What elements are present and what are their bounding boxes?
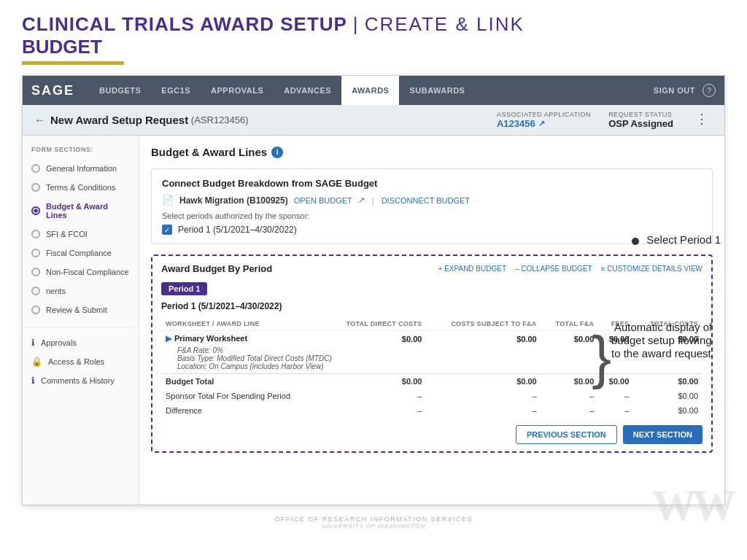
award-title: New Award Setup Request (50, 114, 188, 126)
footer-line1: OFFICE OF RESEARCH INFORMATION SERVICES (0, 516, 747, 523)
previous-section-button[interactable]: PREVIOUS SECTION (516, 425, 617, 444)
brace-right: } (592, 328, 611, 386)
sidebar-item-non-fiscal-compliance[interactable]: Non-Fiscal Compliance (23, 262, 139, 281)
sub-header: ← New Award Setup Request (ASR123456) As… (23, 105, 724, 136)
auto-display-callout: Automatic display of budget setup flowin… (611, 321, 721, 360)
sidebar-item-fiscal-compliance[interactable]: Fiscal Compliance (23, 244, 139, 262)
difference-row: Difference – – – – $0.00 (161, 403, 703, 418)
footer-line2: UNIVERSITY of WASHINGTON (0, 523, 747, 529)
top-nav: SAGE BUDGETS EGC1S APPROVALS ADVANCES AW… (23, 76, 724, 105)
page-header: CLINICAL TRIALS AWARD SETUP | CREATE & L… (0, 0, 747, 71)
sign-out-button[interactable]: SIGN OUT (654, 86, 695, 95)
sidebar-item-budget-award-lines[interactable]: Budget & Award Lines (23, 197, 139, 225)
award-id: (ASR123456) (188, 114, 248, 125)
award-budget-header: Award Budget By Period + EXPAND BUDGET –… (161, 263, 703, 274)
request-status-value: OSP Assigned (608, 118, 673, 129)
disconnect-budget-link[interactable]: DISCONNECT BUDGET (382, 196, 470, 205)
col-subject-fa: COSTS SUBJECT TO F&A (426, 317, 541, 331)
sidebar: FORM SECTIONS: General Information Terms… (23, 136, 139, 505)
sidebar-radio-fiscal (31, 249, 40, 257)
sidebar-item-general-information[interactable]: General Information (23, 159, 139, 178)
sidebar-radio-budget (31, 206, 40, 215)
open-budget-ext-icon: ↗ (358, 195, 365, 205)
period-subtitle: Period 1 (5/1/2021–4/30/2022) (161, 301, 703, 311)
periods-label: Select periods authorized by the sponsor… (162, 211, 702, 220)
budget-total-row: Budget Total $0.00 $0.00 $0.00 $0.00 $0.… (161, 374, 703, 389)
nav-approvals[interactable]: APPROVALS (201, 76, 274, 105)
period-1-label: Period 1 (5/1/2021–4/30/2022) (178, 225, 297, 235)
nav-egc1s[interactable]: EGC1S (151, 76, 201, 105)
title-light: CREATE & LINK (365, 13, 525, 35)
col-direct-costs: TOTAL DIRECT COSTS (323, 317, 426, 331)
watermark: WW (652, 481, 732, 531)
nav-budgets[interactable]: BUDGETS (89, 76, 151, 105)
title-pipe: | (353, 13, 365, 35)
page-footer: OFFICE OF RESEARCH INFORMATION SERVICES … (0, 510, 747, 532)
sidebar-item-sfi-fcoi[interactable]: SFI & FCOI (23, 225, 139, 244)
help-icon[interactable]: ? (703, 84, 716, 97)
kebab-menu[interactable]: ⋮ (691, 111, 713, 127)
document-icon: 📄 (162, 195, 174, 206)
budget-file-row: 📄 Hawk Migration (B100925) OPEN BUDGET ↗… (162, 195, 702, 206)
associated-application-field: Associated Application A123456 ↗ (497, 111, 591, 129)
page-title-main: CLINICAL TRIALS AWARD SETUP | CREATE & L… (22, 13, 725, 36)
sidebar-radio-nents (31, 287, 40, 295)
sidebar-section-label: FORM SECTIONS: (23, 143, 139, 159)
connect-budget-box: Connect Budget Breakdown from SAGE Budge… (151, 168, 713, 244)
auto-display-text: Automatic display of budget setup flowin… (611, 321, 712, 359)
nav-right: SIGN OUT ? (654, 84, 716, 97)
request-status-label: Request Status (608, 111, 673, 118)
nav-items: BUDGETS EGC1S APPROVALS ADVANCES AWARDS … (89, 76, 654, 105)
customize-view-link[interactable]: ≡ CUSTOMIZE DETAILS VIEW (601, 265, 703, 273)
select-period-callout: Select Period 1 (632, 233, 721, 246)
nav-awards[interactable]: AWARDS (341, 76, 399, 105)
section-info-icon[interactable]: i (271, 147, 283, 158)
content-panel: Budget & Award Lines i Connect Budget Br… (139, 136, 724, 505)
sidebar-access-roles[interactable]: 🔒 Access & Roles (23, 352, 139, 371)
connect-budget-title: Connect Budget Breakdown from SAGE Budge… (162, 178, 702, 189)
sidebar-radio-general (31, 164, 40, 173)
budget-file-name: Hawk Migration (B100925) (179, 195, 288, 206)
sidebar-radio-review (31, 306, 40, 314)
collapse-budget-link[interactable]: – COLLAPSE BUDGET (515, 265, 592, 273)
sidebar-approvals[interactable]: ℹ Approvals (23, 333, 139, 352)
award-title-row: ← New Award Setup Request (ASR123456) (34, 114, 249, 127)
main-content: FORM SECTIONS: General Information Terms… (23, 136, 724, 505)
title-sub: BUDGET (22, 36, 725, 58)
award-budget-title: Award Budget By Period (161, 263, 272, 274)
select-period-bullet (632, 238, 639, 245)
sidebar-comments-history[interactable]: ℹ Comments & History (23, 371, 139, 390)
back-arrow[interactable]: ← (34, 114, 46, 127)
nav-subawards[interactable]: SUBAWARDS (399, 76, 475, 105)
comments-icon: ℹ (31, 376, 35, 386)
expand-budget-link[interactable]: + EXPAND BUDGET (438, 265, 506, 273)
approvals-icon: ℹ (31, 338, 35, 348)
col-total-fa: TOTAL F&A (541, 317, 599, 331)
sidebar-radio-non-fiscal (31, 268, 40, 276)
period-tab[interactable]: Period 1 (161, 282, 207, 295)
period-checkbox-row: ✓ Period 1 (5/1/2021–4/30/2022) (162, 225, 702, 235)
section-title: Budget & Award Lines i (151, 146, 713, 158)
ext-link-icon[interactable]: ↗ (538, 119, 545, 128)
associated-application-label: Associated Application (497, 111, 591, 118)
budget-actions: + EXPAND BUDGET – COLLAPSE BUDGET ≡ CUST… (438, 265, 703, 273)
expand-row-arrow[interactable]: ▶ (166, 334, 171, 343)
next-section-button[interactable]: NEXT SECTION (623, 425, 703, 444)
sidebar-item-nents[interactable]: nents (23, 281, 139, 300)
open-budget-link[interactable]: OPEN BUDGET (294, 196, 352, 205)
title-underline (22, 61, 124, 65)
period-1-checkbox[interactable]: ✓ (162, 225, 172, 235)
sidebar-bottom: ℹ Approvals 🔒 Access & Roles ℹ Comments … (23, 327, 139, 390)
lock-icon: 🔒 (31, 357, 42, 367)
request-status-field: Request Status OSP Assigned (608, 111, 673, 129)
title-bold: CLINICAL TRIALS AWARD SETUP (22, 13, 347, 35)
nav-advances[interactable]: ADVANCES (274, 76, 341, 105)
sidebar-radio-terms (31, 183, 40, 192)
associated-application-value: A123456 ↗ (497, 118, 591, 129)
app-window: SAGE BUDGETS EGC1S APPROVALS ADVANCES AW… (22, 75, 725, 505)
sidebar-radio-sfi (31, 230, 40, 238)
sage-logo: SAGE (31, 83, 74, 98)
sidebar-item-review-submit[interactable]: Review & Submit (23, 300, 139, 319)
content-footer: PREVIOUS SECTION NEXT SECTION (161, 425, 703, 444)
sidebar-item-terms-conditions[interactable]: Terms & Conditions (23, 178, 139, 197)
